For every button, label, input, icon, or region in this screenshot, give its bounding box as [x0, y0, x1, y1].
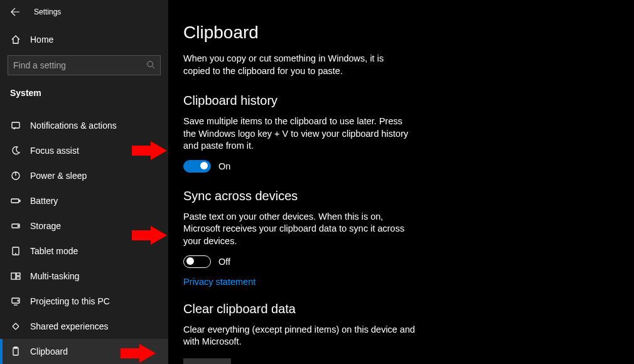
svg-rect-3 — [11, 199, 19, 203]
sync-toggle-row: Off — [183, 255, 619, 268]
clear-button[interactable]: Clear — [183, 358, 231, 364]
svg-rect-4 — [19, 200, 20, 201]
svg-rect-8 — [11, 273, 16, 279]
search-box[interactable] — [8, 55, 161, 75]
sidebar: Settings Home System Notifications & act… — [0, 0, 168, 364]
share-icon — [10, 321, 21, 332]
sidebar-item-label: Multi-tasking — [30, 271, 80, 281]
sidebar-item-label: Tablet mode — [30, 246, 78, 256]
history-toggle-label: On — [218, 161, 230, 171]
search-container — [0, 51, 168, 80]
svg-rect-12 — [13, 348, 18, 355]
svg-rect-1 — [12, 122, 19, 128]
home-icon — [10, 34, 21, 45]
storage-icon — [10, 220, 21, 232]
sidebar-item-label: Shared experiences — [30, 321, 109, 331]
sidebar-item-battery[interactable]: Battery — [0, 188, 168, 213]
sync-section-desc: Paste text on your other devices. When t… — [183, 211, 416, 248]
annotation-arrow-icon — [132, 141, 167, 160]
sidebar-item-label: Notifications & actions — [30, 120, 117, 131]
annotation-arrow-icon — [121, 344, 156, 363]
clear-section-desc: Clear everything (except pinned items) o… — [183, 324, 416, 348]
history-toggle-row: On — [183, 160, 619, 173]
home-label: Home — [30, 35, 53, 45]
sidebar-item-label: Battery — [30, 196, 58, 206]
battery-icon — [10, 195, 21, 206]
sidebar-item-label: Power & sleep — [30, 171, 87, 181]
svg-rect-10 — [16, 277, 20, 279]
svg-point-0 — [148, 61, 153, 67]
svg-marker-16 — [121, 344, 156, 363]
project-icon — [10, 296, 21, 307]
sidebar-item-label: Storage — [30, 221, 61, 231]
page-title: Clipboard — [183, 23, 619, 43]
sync-toggle-label: Off — [218, 257, 230, 267]
sync-toggle[interactable] — [183, 255, 211, 268]
moon-icon — [10, 145, 21, 156]
title-bar: Settings — [0, 0, 168, 24]
tablet-icon — [10, 245, 21, 257]
clear-section-title: Clear clipboard data — [183, 302, 619, 316]
history-toggle[interactable] — [183, 160, 211, 173]
page-intro: When you copy or cut something in Window… — [183, 53, 409, 77]
sidebar-item-label: Clipboard — [30, 346, 68, 356]
multitask-icon — [10, 270, 21, 282]
sidebar-item-label: Projecting to this PC — [30, 296, 110, 306]
sidebar-item-multitasking[interactable]: Multi-tasking — [0, 264, 168, 289]
sidebar-item-shared-experiences[interactable]: Shared experiences — [0, 314, 168, 339]
category-label: System — [0, 80, 168, 104]
sidebar-item-notifications[interactable]: Notifications & actions — [0, 113, 168, 138]
annotation-arrow-icon — [132, 226, 167, 245]
window-title: Settings — [34, 8, 61, 16]
search-input[interactable] — [13, 60, 146, 70]
power-icon — [10, 170, 21, 181]
sidebar-item-power-sleep[interactable]: Power & sleep — [0, 163, 168, 188]
svg-marker-14 — [132, 141, 167, 160]
sidebar-item-label: Focus assist — [30, 146, 79, 156]
svg-rect-9 — [16, 273, 20, 276]
sidebar-item-projecting[interactable]: Projecting to this PC — [0, 289, 168, 314]
history-section-desc: Save multiple items to the clipboard to … — [183, 115, 416, 153]
search-icon — [146, 60, 155, 71]
notification-icon — [10, 120, 21, 131]
back-button[interactable] — [9, 6, 21, 18]
sync-section-title: Sync across devices — [183, 189, 619, 203]
home-nav[interactable]: Home — [0, 28, 168, 51]
privacy-link[interactable]: Privacy statement — [183, 277, 255, 287]
svg-point-6 — [18, 225, 19, 227]
main-content: Clipboard When you copy or cut something… — [168, 0, 634, 364]
clipboard-icon — [10, 346, 21, 357]
history-section-title: Clipboard history — [183, 94, 619, 108]
svg-marker-15 — [132, 226, 167, 245]
